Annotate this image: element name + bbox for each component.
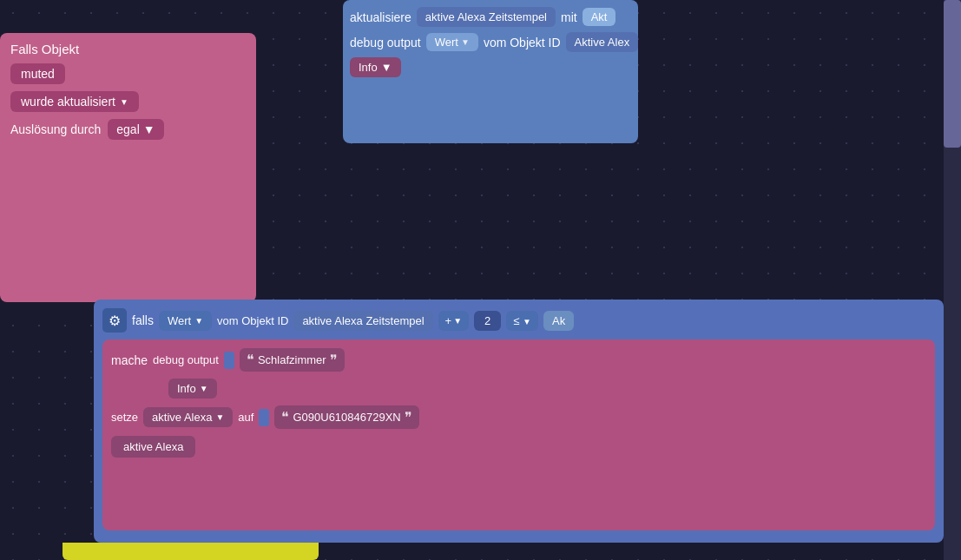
falls-row: ⚙ falls Wert ▼ vom Objekt ID aktive Alex… xyxy=(102,308,935,333)
dropdown-arrow-egal: ▼ xyxy=(143,122,155,136)
mit-label: mit xyxy=(561,10,577,24)
debug-output-top: debug output xyxy=(350,36,421,49)
auslosung-row: Auslösung durch egal ▼ xyxy=(10,119,246,140)
leq-pill[interactable]: ≤ ▼ xyxy=(506,311,538,331)
plus-arrow: ▼ xyxy=(453,316,462,326)
info-button-top[interactable]: Info ▼ xyxy=(350,57,401,77)
egal-pill[interactable]: egal ▼ xyxy=(108,119,163,140)
aktive-alexa-arrow: ▼ xyxy=(215,412,224,422)
g090-open-quote: ❝ xyxy=(281,409,289,425)
info-arrow: ▼ xyxy=(200,384,208,393)
connector-left xyxy=(224,352,234,369)
aktive-alexa-zeitstempel-top: aktive Alexa Zeitstempel xyxy=(417,7,556,27)
g090-close-quote: ❞ xyxy=(405,409,412,425)
schlafzimmer-quote-block: ❝ Schlafzimmer ❞ xyxy=(240,348,345,372)
dropdown-arrow-wurde: ▼ xyxy=(120,97,128,107)
aktive-alexa-bottom: aktive Alexa xyxy=(111,436,195,458)
wert-text: Wert xyxy=(168,314,191,327)
info-button-mache[interactable]: Info ▼ xyxy=(168,379,217,399)
leq-text: ≤ xyxy=(513,314,519,327)
setze-row: setze aktive Alexa ▼ auf ❝ G090U61084672… xyxy=(111,405,926,429)
gear-icon[interactable]: ⚙ xyxy=(102,308,127,333)
scrollbar-thumb[interactable] xyxy=(944,0,961,148)
scrollbar[interactable] xyxy=(944,0,961,560)
schlafzimmer-value: Schlafzimmer xyxy=(258,353,326,366)
open-quote: ❝ xyxy=(247,352,254,368)
pink-container: Falls Objekt muted wurde aktualisiert ▼ … xyxy=(0,33,256,302)
wert-pill[interactable]: Wert ▼ xyxy=(159,311,212,331)
g090-value: G090U610846729XN xyxy=(293,411,400,424)
plus-text: + xyxy=(445,314,452,327)
number-pill: 2 xyxy=(474,311,501,331)
mache-debug-row: mache debug output ❝ Schlafzimmer ❞ xyxy=(111,348,926,372)
falls-objekt-label: Falls Objekt xyxy=(10,42,246,56)
close-quote: ❞ xyxy=(330,352,338,368)
akt-button[interactable]: Akt xyxy=(583,8,616,26)
muted-text: muted xyxy=(21,67,55,81)
auf-label: auf xyxy=(238,411,253,424)
setze-label: setze xyxy=(111,411,138,424)
debug-output-mache: debug output xyxy=(153,353,219,366)
mache-block: mache debug output ❝ Schlafzimmer ❞ Info… xyxy=(102,339,935,530)
mache-label: mache xyxy=(111,353,148,367)
vom-objekt-id-top: vom Objekt ID xyxy=(484,36,561,49)
g090-quote-block: ❝ G090U610846729XN ❞ xyxy=(274,405,418,429)
bottom-yellow-strip xyxy=(63,543,319,560)
falls-label: falls xyxy=(132,313,154,327)
connector-setze xyxy=(259,409,269,426)
aktive-alexa-text: aktive Alexa xyxy=(152,411,212,424)
aktive-alex-top: Aktive Alex xyxy=(566,32,639,52)
info-text-mache: Info xyxy=(177,382,196,395)
aktive-alexa-pill[interactable]: aktive Alexa ▼ xyxy=(143,407,233,427)
wurde-aktualisiert-pill[interactable]: wurde aktualisiert ▼ xyxy=(10,91,139,112)
wert-button-top[interactable]: Wert ▼ xyxy=(426,33,478,51)
ak-pill: Ak xyxy=(543,311,574,331)
auslosung-label: Auslösung durch xyxy=(10,122,101,136)
vom-objekt-id: vom Objekt ID xyxy=(217,314,288,327)
alexa-zeitstempel-falls: aktive Alexa Zeitstempel xyxy=(293,311,432,331)
info-row-mache: Info ▼ xyxy=(111,379,926,399)
wurde-aktualisiert-text: wurde aktualisiert xyxy=(21,95,115,109)
muted-pill[interactable]: muted xyxy=(10,63,65,84)
plus-pill[interactable]: + ▼ xyxy=(438,311,470,331)
leq-arrow: ▼ xyxy=(523,317,531,326)
egal-text: egal xyxy=(116,122,139,136)
wert-arrow: ▼ xyxy=(194,316,203,326)
aktualisiere-label: aktualisiere xyxy=(350,10,411,24)
